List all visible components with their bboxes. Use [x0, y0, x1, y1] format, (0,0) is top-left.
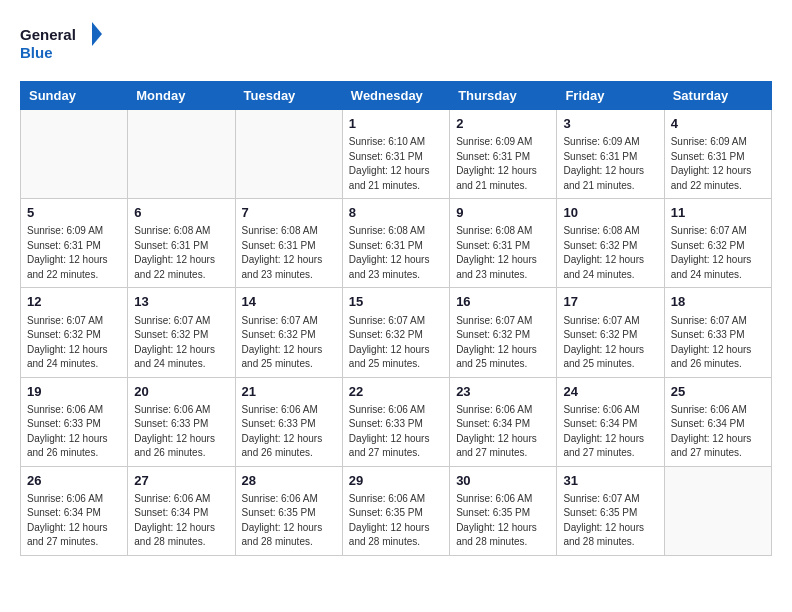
calendar-day-cell: [235, 110, 342, 199]
day-info: Sunrise: 6:08 AM Sunset: 6:31 PM Dayligh…: [242, 224, 336, 282]
day-info: Sunrise: 6:08 AM Sunset: 6:31 PM Dayligh…: [134, 224, 228, 282]
day-number: 27: [134, 472, 228, 490]
day-info: Sunrise: 6:09 AM Sunset: 6:31 PM Dayligh…: [671, 135, 765, 193]
day-number: 10: [563, 204, 657, 222]
day-info: Sunrise: 6:06 AM Sunset: 6:34 PM Dayligh…: [563, 403, 657, 461]
day-number: 17: [563, 293, 657, 311]
day-info: Sunrise: 6:06 AM Sunset: 6:33 PM Dayligh…: [242, 403, 336, 461]
calendar-day-cell: 8Sunrise: 6:08 AM Sunset: 6:31 PM Daylig…: [342, 199, 449, 288]
calendar-day-cell: 25Sunrise: 6:06 AM Sunset: 6:34 PM Dayli…: [664, 377, 771, 466]
day-info: Sunrise: 6:07 AM Sunset: 6:35 PM Dayligh…: [563, 492, 657, 550]
day-info: Sunrise: 6:06 AM Sunset: 6:33 PM Dayligh…: [349, 403, 443, 461]
calendar-day-cell: 29Sunrise: 6:06 AM Sunset: 6:35 PM Dayli…: [342, 466, 449, 555]
calendar-day-cell: 3Sunrise: 6:09 AM Sunset: 6:31 PM Daylig…: [557, 110, 664, 199]
day-info: Sunrise: 6:06 AM Sunset: 6:34 PM Dayligh…: [456, 403, 550, 461]
day-info: Sunrise: 6:08 AM Sunset: 6:31 PM Dayligh…: [456, 224, 550, 282]
day-number: 15: [349, 293, 443, 311]
calendar-day-cell: 26Sunrise: 6:06 AM Sunset: 6:34 PM Dayli…: [21, 466, 128, 555]
calendar-day-cell: 30Sunrise: 6:06 AM Sunset: 6:35 PM Dayli…: [450, 466, 557, 555]
day-info: Sunrise: 6:08 AM Sunset: 6:32 PM Dayligh…: [563, 224, 657, 282]
calendar-day-cell: 20Sunrise: 6:06 AM Sunset: 6:33 PM Dayli…: [128, 377, 235, 466]
weekday-header: Wednesday: [342, 82, 449, 110]
day-info: Sunrise: 6:06 AM Sunset: 6:33 PM Dayligh…: [134, 403, 228, 461]
weekday-header: Monday: [128, 82, 235, 110]
day-number: 3: [563, 115, 657, 133]
calendar-day-cell: [128, 110, 235, 199]
day-number: 2: [456, 115, 550, 133]
day-info: Sunrise: 6:08 AM Sunset: 6:31 PM Dayligh…: [349, 224, 443, 282]
calendar-week-row: 5Sunrise: 6:09 AM Sunset: 6:31 PM Daylig…: [21, 199, 772, 288]
day-info: Sunrise: 6:07 AM Sunset: 6:32 PM Dayligh…: [242, 314, 336, 372]
day-number: 20: [134, 383, 228, 401]
calendar-table: SundayMondayTuesdayWednesdayThursdayFrid…: [20, 81, 772, 556]
day-number: 19: [27, 383, 121, 401]
day-info: Sunrise: 6:06 AM Sunset: 6:35 PM Dayligh…: [349, 492, 443, 550]
calendar-day-cell: 6Sunrise: 6:08 AM Sunset: 6:31 PM Daylig…: [128, 199, 235, 288]
page-header: General Blue: [20, 20, 772, 65]
svg-text:General: General: [20, 26, 76, 43]
day-info: Sunrise: 6:09 AM Sunset: 6:31 PM Dayligh…: [563, 135, 657, 193]
day-number: 13: [134, 293, 228, 311]
day-info: Sunrise: 6:07 AM Sunset: 6:32 PM Dayligh…: [349, 314, 443, 372]
day-number: 23: [456, 383, 550, 401]
weekday-header: Friday: [557, 82, 664, 110]
calendar-week-row: 19Sunrise: 6:06 AM Sunset: 6:33 PM Dayli…: [21, 377, 772, 466]
calendar-day-cell: 5Sunrise: 6:09 AM Sunset: 6:31 PM Daylig…: [21, 199, 128, 288]
day-number: 8: [349, 204, 443, 222]
day-info: Sunrise: 6:10 AM Sunset: 6:31 PM Dayligh…: [349, 135, 443, 193]
calendar-header-row: SundayMondayTuesdayWednesdayThursdayFrid…: [21, 82, 772, 110]
day-info: Sunrise: 6:07 AM Sunset: 6:32 PM Dayligh…: [456, 314, 550, 372]
day-number: 11: [671, 204, 765, 222]
day-number: 30: [456, 472, 550, 490]
calendar-day-cell: [21, 110, 128, 199]
day-number: 25: [671, 383, 765, 401]
logo-svg: General Blue: [20, 20, 110, 65]
calendar-day-cell: 16Sunrise: 6:07 AM Sunset: 6:32 PM Dayli…: [450, 288, 557, 377]
day-number: 26: [27, 472, 121, 490]
calendar-day-cell: 24Sunrise: 6:06 AM Sunset: 6:34 PM Dayli…: [557, 377, 664, 466]
logo: General Blue: [20, 20, 110, 65]
svg-text:Blue: Blue: [20, 44, 53, 61]
day-number: 14: [242, 293, 336, 311]
day-info: Sunrise: 6:07 AM Sunset: 6:32 PM Dayligh…: [134, 314, 228, 372]
calendar-week-row: 26Sunrise: 6:06 AM Sunset: 6:34 PM Dayli…: [21, 466, 772, 555]
calendar-week-row: 1Sunrise: 6:10 AM Sunset: 6:31 PM Daylig…: [21, 110, 772, 199]
calendar-day-cell: 1Sunrise: 6:10 AM Sunset: 6:31 PM Daylig…: [342, 110, 449, 199]
calendar-day-cell: 23Sunrise: 6:06 AM Sunset: 6:34 PM Dayli…: [450, 377, 557, 466]
day-info: Sunrise: 6:06 AM Sunset: 6:34 PM Dayligh…: [671, 403, 765, 461]
calendar-day-cell: 27Sunrise: 6:06 AM Sunset: 6:34 PM Dayli…: [128, 466, 235, 555]
day-number: 6: [134, 204, 228, 222]
day-info: Sunrise: 6:07 AM Sunset: 6:32 PM Dayligh…: [563, 314, 657, 372]
svg-marker-1: [92, 22, 102, 46]
day-info: Sunrise: 6:06 AM Sunset: 6:33 PM Dayligh…: [27, 403, 121, 461]
day-info: Sunrise: 6:07 AM Sunset: 6:32 PM Dayligh…: [671, 224, 765, 282]
day-number: 28: [242, 472, 336, 490]
day-info: Sunrise: 6:09 AM Sunset: 6:31 PM Dayligh…: [27, 224, 121, 282]
calendar-day-cell: 10Sunrise: 6:08 AM Sunset: 6:32 PM Dayli…: [557, 199, 664, 288]
weekday-header: Thursday: [450, 82, 557, 110]
calendar-day-cell: 22Sunrise: 6:06 AM Sunset: 6:33 PM Dayli…: [342, 377, 449, 466]
day-info: Sunrise: 6:07 AM Sunset: 6:32 PM Dayligh…: [27, 314, 121, 372]
day-number: 31: [563, 472, 657, 490]
day-number: 4: [671, 115, 765, 133]
day-number: 5: [27, 204, 121, 222]
calendar-day-cell: 28Sunrise: 6:06 AM Sunset: 6:35 PM Dayli…: [235, 466, 342, 555]
day-number: 18: [671, 293, 765, 311]
day-info: Sunrise: 6:07 AM Sunset: 6:33 PM Dayligh…: [671, 314, 765, 372]
calendar-day-cell: 2Sunrise: 6:09 AM Sunset: 6:31 PM Daylig…: [450, 110, 557, 199]
day-number: 24: [563, 383, 657, 401]
calendar-day-cell: 11Sunrise: 6:07 AM Sunset: 6:32 PM Dayli…: [664, 199, 771, 288]
weekday-header: Sunday: [21, 82, 128, 110]
day-number: 12: [27, 293, 121, 311]
day-info: Sunrise: 6:06 AM Sunset: 6:35 PM Dayligh…: [456, 492, 550, 550]
calendar-day-cell: 15Sunrise: 6:07 AM Sunset: 6:32 PM Dayli…: [342, 288, 449, 377]
calendar-week-row: 12Sunrise: 6:07 AM Sunset: 6:32 PM Dayli…: [21, 288, 772, 377]
calendar-day-cell: 14Sunrise: 6:07 AM Sunset: 6:32 PM Dayli…: [235, 288, 342, 377]
day-info: Sunrise: 6:06 AM Sunset: 6:35 PM Dayligh…: [242, 492, 336, 550]
calendar-day-cell: 9Sunrise: 6:08 AM Sunset: 6:31 PM Daylig…: [450, 199, 557, 288]
weekday-header: Tuesday: [235, 82, 342, 110]
day-number: 22: [349, 383, 443, 401]
day-number: 16: [456, 293, 550, 311]
weekday-header: Saturday: [664, 82, 771, 110]
calendar-day-cell: [664, 466, 771, 555]
